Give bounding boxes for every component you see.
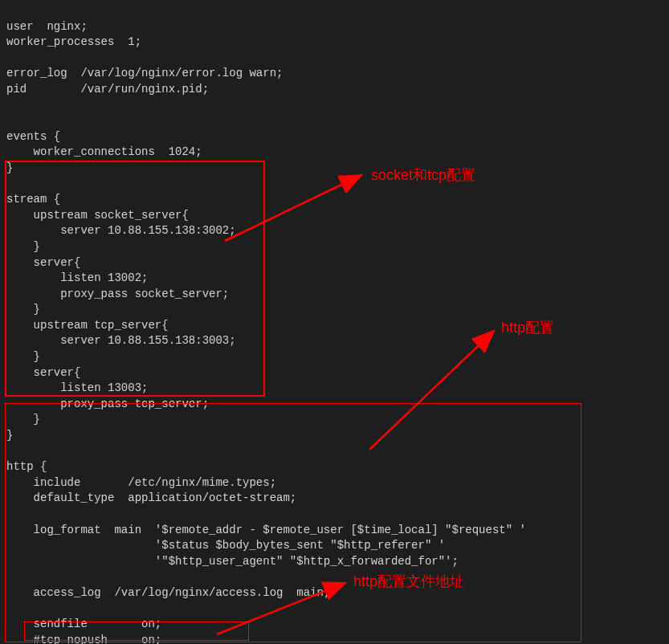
code-line: pid /var/run/nginx.pid; bbox=[6, 83, 209, 96]
code-line: default_type application/octet-stream; bbox=[6, 491, 296, 504]
code-line: include /etc/nginx/mime.types; bbox=[6, 476, 276, 489]
code-line: server 10.88.155.138:3003; bbox=[6, 334, 236, 347]
code-line: '"$http_user_agent" "$http_x_forwarded_f… bbox=[6, 555, 459, 568]
code-line: proxy_pass socket_server; bbox=[6, 287, 229, 300]
code-line: proxy_pass tcp_server; bbox=[6, 397, 209, 410]
code-line: upstream socket_server{ bbox=[6, 209, 189, 222]
code-line: worker_processes 1; bbox=[6, 35, 141, 48]
code-line: sendfile on; bbox=[6, 618, 161, 630]
code-line: } bbox=[6, 240, 40, 253]
code-line: '$status $body_bytes_sent "$http_referer… bbox=[6, 539, 445, 552]
code-line: user nginx; bbox=[6, 20, 88, 33]
code-line: upstream tcp_server{ bbox=[6, 319, 169, 332]
code-line: } bbox=[6, 161, 13, 174]
code-line: } bbox=[6, 429, 13, 442]
code-line: access_log /var/log/nginx/access.log mai… bbox=[6, 586, 330, 599]
code-line: server{ bbox=[6, 256, 80, 269]
code-line: listen 13002; bbox=[6, 271, 148, 284]
code-line: server{ bbox=[6, 366, 80, 379]
code-line: #tcp_nopush on; bbox=[6, 634, 161, 644]
code-line: http { bbox=[6, 460, 47, 473]
code-line: worker_connections 1024; bbox=[6, 145, 202, 158]
code-line: listen 13003; bbox=[6, 381, 148, 394]
code-line: log_format main '$remote_addr - $remote_… bbox=[6, 524, 526, 536]
code-block: user nginx; worker_processes 1; error_lo… bbox=[0, 0, 669, 644]
code-line: error_log /var/log/nginx/error.log warn; bbox=[6, 67, 283, 79]
code-line: } bbox=[6, 303, 40, 316]
code-line: server 10.88.155.138:3002; bbox=[6, 224, 236, 237]
code-line: } bbox=[6, 350, 40, 363]
code-line: } bbox=[6, 413, 40, 426]
code-line: stream { bbox=[6, 193, 60, 206]
code-line: events { bbox=[6, 130, 60, 143]
